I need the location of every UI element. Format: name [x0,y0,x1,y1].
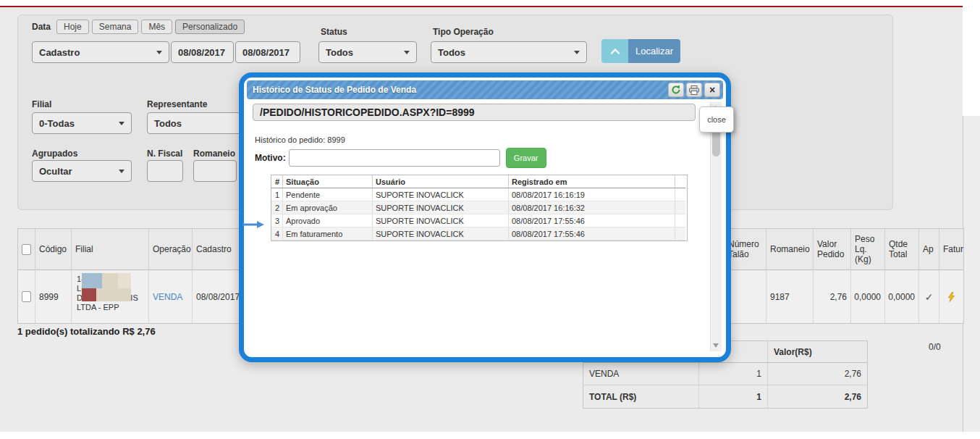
page: Data Hoje Semana Mês Personalizado Cadas… [0,0,980,439]
agrupados-value: Ocultar [39,166,72,177]
history-row-extra [675,227,685,241]
history-row-num: 3 [271,214,283,227]
col-peso: Peso Lq. (Kg) [851,229,885,270]
agrupados-label: Agrupados [32,149,77,159]
representante-value: Todos [154,118,182,129]
select-all-cell [18,229,35,270]
refresh-button[interactable] [668,83,684,97]
date-start-field[interactable]: 08/08/2017 [171,41,234,63]
motivo-input[interactable] [289,149,500,167]
pager: 0/0 [929,342,941,352]
n-fiscal-label: N. Fiscal [147,149,182,159]
chevron-down-icon [119,170,124,173]
filial-label: Filial [32,99,51,109]
tab-personalizado[interactable]: Personalizado [175,20,245,34]
summary-col-valor: Valor(R$) [768,341,867,363]
n-fiscal-input[interactable] [147,160,183,182]
summary-total-valor: 2,76 [768,385,867,408]
romaneio-cell: 9187 [766,270,814,323]
summary-total-qtde: 1 [699,385,768,408]
date-start-value: 08/08/2017 [178,47,225,58]
filial-cell: 1-I LI DESCARTÁVEIS LTDA - EPP [72,270,149,323]
history-row-situacao: Em aprovação [283,201,373,214]
summary-total-label: TOTAL (R$) [583,385,699,408]
summary-row-label: VENDA [583,363,699,385]
current-status-pointer [242,218,264,225]
collapse-filters-button[interactable] [601,39,628,63]
history-row-situacao: Em faturamento [283,227,373,241]
check-icon: ✓ [925,291,934,303]
history-row-extra [675,214,685,227]
status-label: Status [321,27,347,37]
close-icon: × [709,85,715,95]
localizar-button[interactable]: Localizar [628,39,680,63]
tab-hoje[interactable]: Hoje [56,20,89,34]
history-row-situacao: Aprovado [283,214,373,227]
history-row-usuario: SUPORTE INOVACLICK [373,214,509,227]
modal-inner: Histórico de Status de Pedido de Venda [247,80,723,354]
history-row-registrado: 08/08/2017 16:16:32 [509,201,675,214]
motivo-label: Motivo: [255,153,286,163]
modal-scrollbar[interactable] [710,102,722,351]
date-end-field[interactable]: 08/08/2017 [235,41,300,63]
agrupados-select[interactable]: Ocultar [32,160,132,182]
history-row-registrado: 08/08/2017 17:55:46 [509,227,675,241]
redaction-block [96,288,131,301]
close-button[interactable]: × [704,83,720,97]
date-type-value: Cadastro [39,47,80,58]
qtde-cell: 0,0000 [885,270,919,323]
history-row-registrado: 08/08/2017 17:55:46 [509,214,675,227]
status-select[interactable]: Todos [318,41,417,63]
status-value: Todos [326,47,353,58]
gravar-button[interactable]: Gravar [506,148,546,168]
col-operacao: Operação [149,229,193,270]
orders-footer-total: 1 pedido(s) totalizando R$ 2,76 [17,326,156,337]
history-row-num: 4 [271,227,283,241]
redaction-block [82,288,96,301]
scroll-down-icon[interactable] [713,343,719,348]
modal-url-bar: /PEDIDO/HISTORICOPEDIDO.ASPX?ID=8999 [253,104,696,121]
tab-mes[interactable]: Mês [141,20,172,34]
row-select-cell [18,270,35,323]
chevron-down-icon [574,51,580,54]
arrow-right-icon [242,221,264,228]
history-row-usuario: SUPORTE INOVACLICK [373,188,509,201]
history-col-num: # [271,175,283,188]
select-all-checkbox[interactable] [22,244,31,255]
filial-value: 0-Todas [39,118,75,129]
history-row-extra [675,201,685,214]
chevron-down-icon [156,51,162,54]
close-tooltip: close [699,106,734,133]
romaneio-input[interactable] [193,160,237,182]
peso-cell: 0,0000 [851,270,885,323]
history-col-registrado: Registrado em [509,175,675,188]
date-end-value: 08/08/2017 [242,47,290,58]
tab-semana[interactable]: Semana [92,20,139,34]
modal-header: Histórico de Status de Pedido de Venda [247,80,723,99]
col-qtde-total: Qtde Total [885,229,919,270]
col-codigo: Código [35,229,72,270]
summary-row-valor: 2,76 [768,363,867,385]
print-button[interactable] [686,83,702,97]
venda-link[interactable]: VENDA [153,292,182,302]
col-fatur: Fatur [939,229,963,270]
lightning-icon[interactable] [947,291,956,303]
col-filial: Filial [72,229,149,270]
valor-pedido-cell: 2,76 [814,270,851,323]
filial-select[interactable]: 0-Todas [32,112,132,134]
history-row-num: 1 [271,188,283,201]
col-ap: Ap [919,229,939,270]
history-row-num: 2 [271,201,283,214]
filial-line-4: LTDA - EPP [77,303,146,312]
history-col-extra [675,175,685,188]
row-checkbox[interactable] [22,291,31,302]
right-edge-panel [963,116,980,432]
codigo-cell: 8999 [35,270,72,323]
tipo-operacao-select[interactable]: Todos [431,41,587,63]
date-type-select[interactable]: Cadastro [32,41,169,63]
refresh-icon [671,85,681,95]
redaction-block [118,273,131,288]
history-row-situacao: Pendente [283,188,373,201]
col-valor-pedido: Valor Pedido [814,229,851,270]
ap-cell: ✓ [919,270,939,323]
